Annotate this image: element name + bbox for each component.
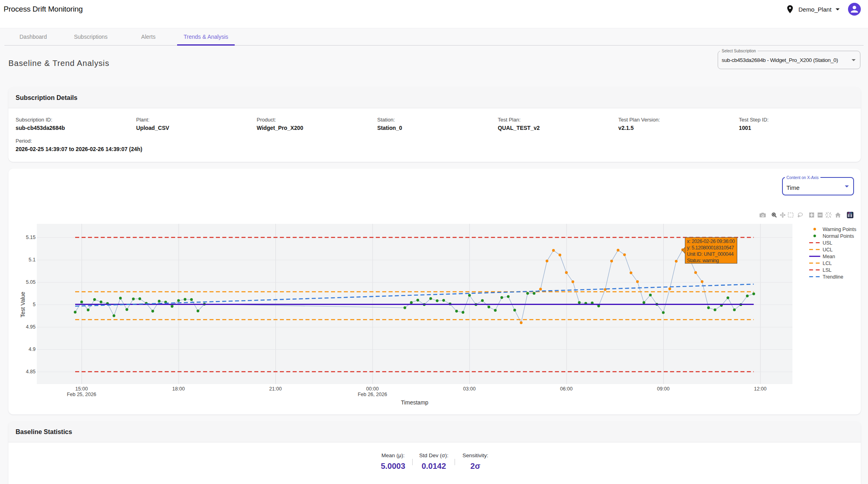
svg-text:4.9: 4.9 (29, 347, 36, 352)
svg-text:Test Value: Test Value (20, 292, 26, 318)
svg-text:15:00: 15:00 (75, 386, 88, 392)
svg-text:00:00: 00:00 (366, 386, 379, 392)
svg-text:Normal Points: Normal Points (823, 233, 854, 239)
svg-text:21:00: 21:00 (269, 386, 281, 392)
svg-text:LCL: LCL (823, 261, 832, 266)
svg-text:09:00: 09:00 (657, 386, 669, 392)
svg-text:5.05: 5.05 (26, 279, 36, 285)
svg-text:4.95: 4.95 (26, 324, 36, 330)
svg-text:5: 5 (33, 302, 36, 307)
svg-text:Unit ID: UNIT_000044: Unit ID: UNIT_000044 (687, 251, 734, 257)
svg-text:y: 5.120800018310547: y: 5.120800018310547 (687, 245, 734, 251)
svg-text:x: 2026-02-26 09:36:00: x: 2026-02-26 09:36:00 (687, 239, 735, 244)
svg-text:Warning Points: Warning Points (823, 227, 856, 232)
svg-text:18:00: 18:00 (172, 386, 185, 392)
svg-text:Trendline: Trendline (823, 274, 844, 280)
svg-text:06:00: 06:00 (560, 386, 573, 392)
svg-text:Mean: Mean (823, 254, 835, 259)
svg-text:03:00: 03:00 (463, 386, 475, 392)
svg-text:4.85: 4.85 (26, 369, 36, 374)
svg-text:5.15: 5.15 (26, 235, 36, 240)
svg-text:Feb 26, 2026: Feb 26, 2026 (358, 392, 387, 397)
svg-text:Feb 25, 2026: Feb 25, 2026 (67, 392, 96, 397)
svg-text:UCL: UCL (823, 247, 833, 253)
svg-text:LSL: LSL (823, 267, 832, 273)
svg-text:5.1: 5.1 (29, 257, 36, 263)
svg-text:Status: warning: Status: warning (687, 258, 719, 263)
svg-text:12:00: 12:00 (754, 386, 766, 392)
svg-text:USL: USL (823, 240, 832, 246)
svg-text:Timestamp: Timestamp (401, 399, 429, 406)
